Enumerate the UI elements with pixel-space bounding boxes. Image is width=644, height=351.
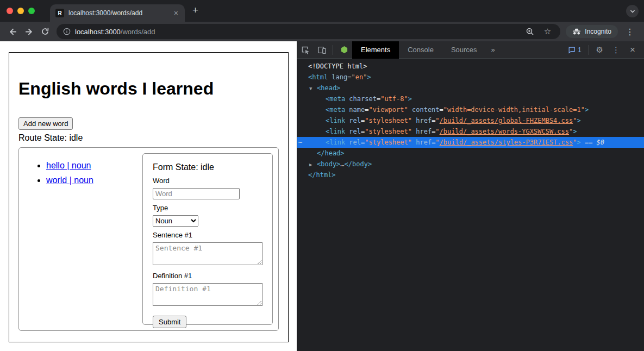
- close-window-button[interactable]: [7, 8, 13, 14]
- type-select[interactable]: Noun: [153, 215, 198, 227]
- sentence-textarea[interactable]: [153, 242, 262, 265]
- browser-tab[interactable]: R localhost:3000/words/add ×: [50, 4, 185, 22]
- add-new-word-button[interactable]: Add new word: [18, 117, 73, 130]
- tab-console[interactable]: Console: [399, 41, 442, 59]
- devtools-toolbar: Elements Console Sources » 1 ⚙ ⋮ ×: [297, 41, 644, 59]
- code-segment: /build/_assets/words-YGXSWCSW.css: [440, 128, 569, 135]
- code-segment: charset: [349, 95, 377, 103]
- browser-window: R localhost:3000/words/add × + localhost…: [0, 0, 644, 351]
- code-segment: "width=device-width,initial-scale=1": [443, 106, 585, 114]
- code-segment: >: [585, 106, 589, 114]
- zoom-button[interactable]: [523, 27, 537, 36]
- type-field-label: Type: [153, 204, 262, 212]
- forward-button[interactable]: [21, 23, 37, 40]
- maximize-window-button[interactable]: [28, 8, 35, 14]
- web-page: English words I learned Add new word Rou…: [0, 41, 297, 351]
- word-link-hello[interactable]: hello | noun: [46, 161, 91, 170]
- definition-textarea[interactable]: [153, 283, 262, 306]
- code-segment: <html: [308, 73, 328, 81]
- tab-close-icon[interactable]: ×: [173, 9, 179, 17]
- dom-tree-row[interactable]: <link rel="stylesheet" href="/build/_ass…: [297, 126, 644, 137]
- dom-tree-row[interactable]: <meta name="viewport" content="width=dev…: [297, 104, 644, 115]
- code-segment: ": [435, 139, 439, 146]
- expand-arrow-icon[interactable]: ▼: [309, 83, 317, 94]
- magnifier-icon: [526, 27, 534, 36]
- devtools-close-button[interactable]: ×: [624, 45, 641, 55]
- tab-strip: R localhost:3000/words/add × +: [0, 0, 644, 22]
- dom-tree-row[interactable]: ⋯<link rel="stylesheet" href="/build/_as…: [297, 137, 644, 148]
- browser-menu-button[interactable]: ⋮: [620, 27, 640, 37]
- url-path: /words/add: [121, 28, 155, 36]
- code-segment: >: [577, 117, 580, 124]
- dom-tree-row[interactable]: ▼<head>: [297, 83, 644, 93]
- tab-elements[interactable]: Elements: [352, 41, 399, 59]
- code-segment: href: [416, 128, 432, 135]
- info-icon[interactable]: [63, 28, 71, 35]
- dom-tree-row[interactable]: <html lang="en">: [297, 72, 644, 83]
- incognito-badge: Incognito: [566, 25, 618, 38]
- devtools-toolbar-right: 1 ⚙ ⋮ ×: [564, 45, 644, 55]
- back-arrow-icon: [8, 27, 17, 36]
- more-tabs-button[interactable]: »: [486, 46, 501, 54]
- dom-tree-row[interactable]: <meta charset="utf-8">: [297, 93, 644, 104]
- definition-field-label: Definition #1: [153, 272, 262, 280]
- address-bar[interactable]: localhost:3000/words/add ☆: [57, 24, 560, 39]
- code-segment: </body>: [345, 160, 372, 168]
- url-text[interactable]: localhost:3000/words/add: [75, 28, 155, 36]
- code-segment: <link: [326, 139, 345, 146]
- more-actions-icon[interactable]: ⋯: [298, 137, 302, 148]
- code-segment: "viewport": [369, 106, 408, 114]
- word-list-item: world | noun: [46, 175, 142, 185]
- code-segment: >: [577, 139, 580, 146]
- expand-arrow-icon[interactable]: ▶: [309, 159, 317, 170]
- forward-arrow-icon: [24, 27, 34, 36]
- code-segment: …: [340, 160, 344, 168]
- dom-tree-row[interactable]: <link rel="stylesheet" href="/build/_ass…: [297, 115, 644, 126]
- dom-tree-row[interactable]: ▶<body>…</body>: [297, 159, 644, 170]
- content-area: English words I learned Add new word Rou…: [0, 41, 644, 351]
- code-segment: /build/_assets/styles-P3R7IEST.css: [440, 139, 573, 146]
- device-toolbar-button[interactable]: [314, 41, 330, 59]
- green-hexagon-extension-icon[interactable]: [336, 41, 352, 59]
- word-link-world[interactable]: world | noun: [46, 175, 93, 185]
- submit-button[interactable]: Submit: [153, 316, 186, 328]
- tab-search-button[interactable]: [626, 5, 639, 17]
- page-title: English words I learned: [18, 79, 279, 99]
- hexagon-icon: [340, 46, 348, 54]
- dom-tree-row[interactable]: <!DOCTYPE html>: [297, 61, 644, 72]
- code-segment: <body>: [317, 160, 340, 168]
- minimize-window-button[interactable]: [17, 8, 24, 14]
- words-panel: hello | noun world | noun Form State: id…: [18, 147, 279, 331]
- indent-spacer: [308, 111, 326, 112]
- code-segment: "en": [352, 73, 367, 81]
- code-segment: name: [349, 106, 365, 114]
- new-tab-button[interactable]: +: [185, 4, 206, 16]
- code-segment: "utf-8": [380, 95, 408, 103]
- indent-spacer: [308, 144, 326, 145]
- inspect-element-button[interactable]: [297, 41, 314, 59]
- code-segment: <meta: [326, 106, 345, 114]
- dom-tree-row[interactable]: </head>: [297, 148, 644, 159]
- back-button[interactable]: [4, 23, 21, 40]
- code-segment: </html>: [308, 171, 336, 179]
- devtools-menu-button[interactable]: ⋮: [608, 45, 624, 55]
- tab-sources[interactable]: Sources: [442, 41, 486, 59]
- console-messages-badge[interactable]: 1: [564, 46, 586, 54]
- word-field-label: Word: [153, 177, 262, 185]
- reload-icon: [41, 27, 49, 36]
- indent-spacer: [308, 155, 317, 155]
- incognito-icon: [572, 28, 581, 35]
- code-segment: [408, 106, 412, 114]
- word-input[interactable]: [153, 188, 240, 199]
- bookmark-star-button[interactable]: ☆: [541, 27, 554, 36]
- code-segment: <head>: [317, 84, 340, 92]
- code-segment: rel: [349, 139, 361, 146]
- toolbar-divider: [589, 45, 589, 55]
- devtools-settings-button[interactable]: ⚙: [592, 45, 608, 55]
- route-state-text: Route State: idle: [18, 133, 279, 143]
- chevron-down-icon: [629, 8, 636, 15]
- dom-tree-row[interactable]: </html>: [297, 170, 644, 180]
- add-word-form: Form State: idle Word Type Noun Sentence…: [142, 153, 273, 325]
- reload-button[interactable]: [37, 23, 53, 40]
- code-segment: <!DOCTYPE html>: [308, 62, 367, 70]
